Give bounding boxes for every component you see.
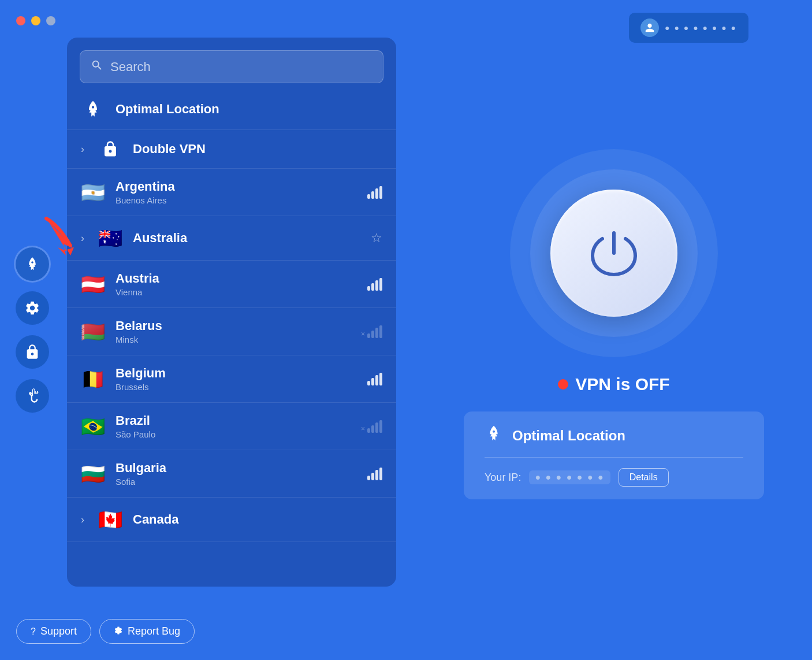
bar2 <box>371 331 374 338</box>
location-item-double-vpn[interactable]: › Double VPN <box>67 130 396 169</box>
flag-belgium: 🇧🇪 <box>81 368 105 391</box>
location-text-austria: Austria Vienna <box>116 271 357 297</box>
signal-belarus: × <box>361 325 382 338</box>
vpn-status-text: VPN is OFF <box>575 375 669 394</box>
expand-arrow-canada: › <box>81 514 84 526</box>
bar1 <box>367 476 370 480</box>
sidebar-item-threat[interactable] <box>16 379 49 413</box>
location-name-canada: Canada <box>133 512 382 527</box>
location-item-optimal[interactable]: Optimal Location <box>67 89 396 130</box>
location-name-australia: Australia <box>133 231 360 246</box>
arrow-indicator <box>42 214 88 262</box>
power-button[interactable] <box>550 190 677 317</box>
location-item-brazil[interactable]: 🇧🇷 Brazil São Paulo × <box>67 403 396 450</box>
bar4 <box>379 278 382 291</box>
bar3 <box>375 470 378 480</box>
sidebar-item-privacy[interactable] <box>16 335 49 369</box>
location-name-argentina: Argentina <box>116 179 357 194</box>
signal-brazil: × <box>361 420 382 433</box>
location-text: Optimal Location <box>116 102 382 117</box>
bar2 <box>371 425 374 433</box>
search-bar[interactable] <box>80 50 383 83</box>
search-input[interactable] <box>110 60 373 75</box>
location-info-row: Optimal Location <box>485 424 743 458</box>
location-city-argentina: Buenos Aires <box>116 195 357 205</box>
location-city-belarus: Minsk <box>116 335 351 344</box>
vpn-status: VPN is OFF <box>558 375 669 394</box>
location-city-brazil: São Paulo <box>116 429 351 439</box>
minimize-button[interactable] <box>31 16 40 25</box>
location-text-australia: Australia <box>133 231 360 246</box>
flag-brazil: 🇧🇷 <box>81 415 105 438</box>
location-info-rocket-icon <box>485 424 503 447</box>
bar4 <box>379 186 382 199</box>
location-text-argentina: Argentina Buenos Aires <box>116 179 357 205</box>
power-button-outer <box>510 149 718 357</box>
bar2 <box>371 378 374 385</box>
vpn-status-dot <box>558 379 568 390</box>
flag-bulgaria: 🇧🇬 <box>81 462 105 485</box>
expand-arrow-double-vpn: › <box>81 143 84 155</box>
bar2 <box>371 473 374 480</box>
close-button[interactable] <box>16 16 25 25</box>
rocket-icon <box>81 99 105 119</box>
location-item-canada[interactable]: › 🇨🇦 Canada <box>67 498 396 542</box>
location-name-belarus: Belarus <box>116 318 351 333</box>
report-bug-button[interactable]: Report Bug <box>99 619 195 644</box>
flag-austria: 🇦🇹 <box>81 273 105 296</box>
flag-belarus: 🇧🇾 <box>81 320 105 343</box>
signal-x-belarus: × <box>361 330 365 338</box>
location-item-bulgaria[interactable]: 🇧🇬 Bulgaria Sofia <box>67 450 396 498</box>
double-vpn-icon <box>98 140 122 158</box>
report-bug-icon <box>114 626 123 637</box>
bar1 <box>367 333 370 338</box>
location-list: Optimal Location › Double VPN 🇦🇷 Argenti… <box>67 89 396 542</box>
signal-belgium <box>367 373 382 385</box>
signal-bulgaria <box>367 468 382 480</box>
bar3 <box>375 328 378 338</box>
support-button[interactable]: ? Support <box>16 619 91 644</box>
location-item-australia[interactable]: › 🇦🇺 Australia ☆ <box>67 216 396 261</box>
location-name-belgium: Belgium <box>116 366 357 381</box>
location-name-double-vpn: Double VPN <box>133 142 382 157</box>
location-city-bulgaria: Sofia <box>116 477 357 487</box>
bar1 <box>367 381 370 385</box>
location-text-canada: Canada <box>133 512 382 527</box>
bar3 <box>375 422 378 433</box>
location-item-belarus[interactable]: 🇧🇾 Belarus Minsk × <box>67 308 396 355</box>
location-text-double-vpn: Double VPN <box>133 142 382 157</box>
fullscreen-button[interactable] <box>46 16 55 25</box>
details-button[interactable]: Details <box>619 468 669 487</box>
location-name-brazil: Brazil <box>116 413 351 428</box>
bar2 <box>371 191 374 199</box>
support-label: Support <box>40 625 77 637</box>
sidebar-item-settings[interactable] <box>16 291 49 325</box>
bar4 <box>379 325 382 338</box>
location-item-belgium[interactable]: 🇧🇪 Belgium Brussels <box>67 355 396 403</box>
location-city-austria: Vienna <box>116 287 357 297</box>
location-info-name: Optimal Location <box>512 428 625 444</box>
bar1 <box>367 194 370 199</box>
bottom-buttons: ? Support Report Bug <box>16 619 195 644</box>
star-australia: ☆ <box>371 231 382 246</box>
bar3 <box>375 280 378 291</box>
location-item-austria[interactable]: 🇦🇹 Austria Vienna <box>67 261 396 308</box>
location-text-belarus: Belarus Minsk <box>116 318 351 344</box>
location-name-austria: Austria <box>116 271 357 286</box>
power-icon <box>588 227 640 279</box>
bar4 <box>379 420 382 433</box>
ip-value: ● ● ● ● ● ● ● <box>529 470 610 484</box>
location-city-belgium: Brussels <box>116 382 357 392</box>
bar1 <box>367 286 370 291</box>
bar4 <box>379 468 382 480</box>
location-item-argentina[interactable]: 🇦🇷 Argentina Buenos Aires <box>67 169 396 216</box>
search-icon <box>91 59 103 75</box>
location-panel: Optimal Location › Double VPN 🇦🇷 Argenti… <box>67 38 396 587</box>
bar3 <box>375 375 378 385</box>
ip-row: Your IP: ● ● ● ● ● ● ● Details <box>485 468 743 487</box>
bar4 <box>379 373 382 385</box>
flag-argentina: 🇦🇷 <box>81 181 105 204</box>
svg-marker-0 <box>67 247 74 255</box>
report-bug-label: Report Bug <box>128 625 180 637</box>
location-text-bulgaria: Bulgaria Sofia <box>116 461 357 487</box>
